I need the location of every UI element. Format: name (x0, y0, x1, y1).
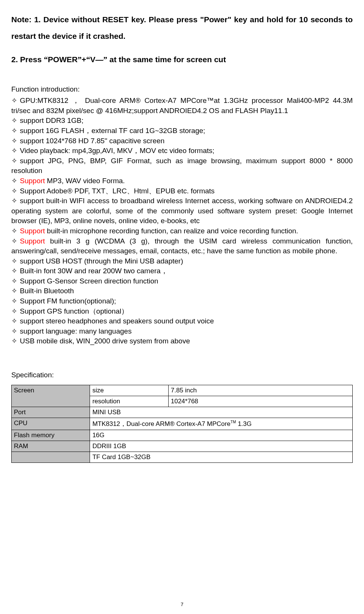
bullet-text: support language: many languages (20, 327, 132, 335)
spec-ram-label: RAM (12, 441, 90, 452)
diamond-icon: ✧ (11, 326, 20, 337)
spec-tf-label (12, 452, 90, 463)
spec-screen-size-val: 7.85 inch (168, 385, 352, 396)
quote-close-2: ” (104, 55, 108, 64)
function-intro-title: Function introduction: (11, 85, 353, 93)
table-row: CPU MTK8312，Dual-core ARM® Cortex-A7 MPC… (12, 418, 353, 430)
table-row: TF Card 1GB~32GB (12, 452, 353, 463)
bullet-text: Built-in Bluetooth (20, 287, 74, 295)
spec-cpu-val: MTK8312，Dual-core ARM® Cortex-A7 MPCoreT… (90, 418, 353, 430)
spec-ram-val: DDRIII 1GB (90, 441, 353, 452)
diamond-icon: ✧ (11, 306, 20, 317)
quote-open-1: “ (44, 55, 48, 64)
note2-dash: — (96, 55, 104, 64)
bullet-text: support built-in WIFI access to broadban… (11, 197, 353, 225)
diamond-icon: ✧ (11, 96, 20, 106)
bullet-text: built-in microphone recording function, … (45, 227, 298, 235)
list-item: ✧ support language: many languages (11, 326, 353, 337)
bullet-text: support JPG, PNG, BMP, GIF Format, such … (11, 157, 353, 175)
diamond-icon: ✧ (11, 116, 20, 126)
list-item: ✧ support 16G FLASH，external TF card 1G~… (11, 126, 353, 136)
bullet-text: Built-in font 30W and rear 200W two came… (20, 267, 168, 275)
quote-close-1: ” (78, 55, 82, 64)
diamond-icon: ✧ (11, 146, 20, 156)
diamond-icon: ✧ (11, 176, 20, 186)
note-1: Note: 1. Device without RESET key. Pleas… (11, 11, 353, 44)
note2-plus: + (82, 55, 86, 64)
diamond-icon: ✧ (11, 186, 20, 196)
list-item: ✧ Support Adobe® PDF, TXT、LRC、Html、EPUB … (11, 186, 353, 196)
bullet-text: support DDR3 1GB; (20, 116, 84, 124)
bullet-red-text: Support (20, 227, 45, 235)
bullet-text: built-in 3 g (WCDMA (3 g), through the U… (11, 237, 353, 255)
spec-table: Screen size 7.85 inch resolution 1024*76… (11, 385, 353, 463)
list-item: ✧ Support FM function(optional); (11, 296, 353, 306)
diamond-icon: ✧ (11, 276, 20, 286)
spec-port-val: MINI USB (90, 407, 353, 418)
list-item: ✧ Built-in font 30W and rear 200W two ca… (11, 266, 353, 276)
bullet-text: Support G-Sensor Screen direction functi… (20, 277, 158, 285)
table-row: Screen size 7.85 inch (12, 385, 353, 396)
spec-screen-res-val: 1024*768 (168, 396, 352, 407)
list-item: ✧ Support GPS function（optional） (11, 306, 353, 317)
note-2: 2. Press “POWER”+“V—” at the same time f… (11, 55, 353, 64)
spec-screen-res-key: resolution (90, 396, 168, 407)
note2-v: V (90, 55, 96, 64)
list-item: ✧ USB mobile disk, WIN_2000 drive system… (11, 336, 353, 346)
diamond-icon: ✧ (11, 336, 20, 346)
diamond-icon: ✧ (11, 256, 20, 266)
diamond-icon: ✧ (11, 236, 20, 247)
diamond-icon: ✧ (11, 296, 20, 306)
list-item: ✧ GPU:MTK8312 ， Dual-core ARM® Cortex-A7… (11, 96, 353, 116)
bullet-red-text: Support (20, 237, 45, 245)
diamond-icon: ✧ (11, 156, 20, 166)
diamond-icon: ✧ (11, 286, 20, 296)
list-item: ✧ Support built-in 3 g (WCDMA (3 g), thr… (11, 236, 353, 256)
table-row: Flash memory 16G (12, 430, 353, 441)
table-row: RAM DDRIII 1GB (12, 441, 353, 452)
list-item: ✧ Video playback: mp4,3gp,AVI, MKV，MOV e… (11, 146, 353, 156)
diamond-icon: ✧ (11, 126, 20, 136)
list-item: ✧ support stereo headphones and speakers… (11, 316, 353, 326)
bullet-text: Support GPS function（optional） (20, 307, 128, 315)
diamond-icon: ✧ (11, 316, 20, 326)
bullet-red-text: Support (20, 177, 45, 185)
list-item: ✧ support USB HOST (through the Mini USB… (11, 256, 353, 266)
diamond-icon: ✧ (11, 226, 20, 236)
list-item: ✧ Support G-Sensor Screen direction func… (11, 276, 353, 286)
bullet-text: support 16G FLASH，external TF card 1G~32… (20, 127, 205, 135)
bullet-text: Video playback: mp4,3gp,AVI, MKV，MOV etc… (20, 147, 215, 155)
list-item: ✧ support built-in WIFI access to broadb… (11, 196, 353, 226)
list-item: ✧ Support MP3, WAV video Forma. (11, 176, 353, 186)
quote-open-2: “ (86, 55, 90, 64)
bullet-text: GPU:MTK8312 ， Dual-core ARM® Cortex-A7 M… (11, 96, 353, 115)
note2-suffix: at the same time for screen cut (107, 55, 226, 64)
bullet-text: Support Adobe® PDF, TXT、LRC、Html、EPUB et… (20, 187, 215, 195)
list-item: ✧ support JPG, PNG, BMP, GIF Format, suc… (11, 156, 353, 176)
spec-flash-val: 16G (90, 430, 353, 441)
bullet-text: support stereo headphones and speakers s… (20, 317, 214, 325)
list-item: ✧ Support built-in microphone recording … (11, 226, 353, 236)
bullet-text: support USB HOST (through the Mini USB a… (20, 257, 183, 265)
specification-title: Specification: (11, 371, 353, 379)
bullet-text: MP3, WAV video Forma. (45, 177, 125, 185)
table-row: Port MINI USB (12, 407, 353, 418)
bullet-text: Support FM function(optional); (20, 297, 116, 305)
spec-screen-label: Screen (12, 385, 90, 407)
spec-flash-label: Flash memory (12, 430, 90, 441)
list-item: ✧ support DDR3 1GB; (11, 116, 353, 126)
bullet-text: support 1024*768 HD 7.85'' capacitive sc… (20, 137, 164, 145)
spec-tf-val: TF Card 1GB~32GB (90, 452, 353, 463)
list-item: ✧ Built-in Bluetooth (11, 286, 353, 296)
note2-power: POWER (48, 55, 78, 64)
list-item: ✧ support 1024*768 HD 7.85'' capacitive … (11, 136, 353, 146)
diamond-icon: ✧ (11, 136, 20, 146)
spec-cpu-label: CPU (12, 418, 90, 430)
diamond-icon: ✧ (11, 196, 20, 206)
bullet-text: USB mobile disk, WIN_2000 drive system f… (20, 337, 190, 345)
spec-port-label: Port (12, 407, 90, 418)
diamond-icon: ✧ (11, 266, 20, 276)
note2-prefix: 2. Press (11, 55, 44, 64)
spec-screen-size-key: size (90, 385, 168, 396)
page-number: 7 (0, 602, 364, 607)
